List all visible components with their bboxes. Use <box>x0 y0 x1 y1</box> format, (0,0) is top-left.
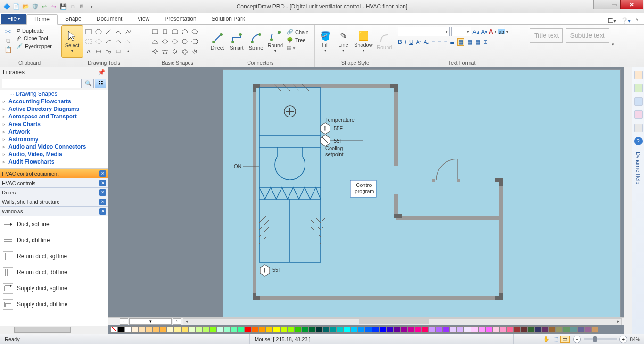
ellipse-tool[interactable] <box>94 27 103 36</box>
cut-icon[interactable]: ✂ <box>5 27 11 36</box>
color-swatch[interactable] <box>372 326 379 333</box>
rect-drag-tool[interactable] <box>84 37 93 46</box>
shape-item[interactable]: Supply duct, dbl line <box>0 296 108 312</box>
color-swatch[interactable] <box>379 326 386 333</box>
page-tab-dropdown[interactable]: ▾ <box>129 318 172 325</box>
page-prev-button[interactable]: ‹ <box>120 318 128 325</box>
tree-item[interactable]: Aerospace and Transport <box>0 113 108 120</box>
stencil-close-icon[interactable]: ✕ <box>99 189 106 196</box>
align-justify-button[interactable]: ≣ <box>450 39 454 45</box>
shape-item[interactable]: Supply duct, sgl line <box>0 280 108 296</box>
color-swatch[interactable] <box>436 326 443 333</box>
color-swatch[interactable] <box>330 326 337 333</box>
tree-view-button[interactable]: ☷ <box>95 79 106 88</box>
tree-item[interactable]: Audio and Video Connectors <box>0 143 108 151</box>
color-swatch[interactable] <box>577 326 584 333</box>
shape-item[interactable]: Return duct, sgl line <box>0 248 108 264</box>
color-swatch[interactable] <box>591 326 598 333</box>
rail-icon-4[interactable] <box>634 110 643 119</box>
tree-item[interactable]: Accounting Flowcharts <box>0 98 108 105</box>
font-size-dropdown[interactable]: ▾ <box>451 27 471 36</box>
color-swatch[interactable] <box>351 326 358 333</box>
color-none[interactable] <box>110 326 117 333</box>
shape-diamond[interactable] <box>161 37 169 46</box>
color-swatch[interactable] <box>499 326 506 333</box>
increase-font-icon[interactable]: A▴ <box>472 28 480 35</box>
color-swatch[interactable] <box>322 326 330 333</box>
minimize-button[interactable]: — <box>593 0 607 9</box>
subtitle-text-box[interactable]: Subtitle text <box>566 28 609 43</box>
color-swatch[interactable] <box>252 326 259 333</box>
decrease-font-icon[interactable]: A▾ <box>481 29 487 35</box>
color-swatch[interactable] <box>358 326 365 333</box>
line-tool[interactable] <box>104 27 113 36</box>
color-swatch[interactable] <box>464 326 471 333</box>
color-swatch[interactable] <box>160 326 167 333</box>
color-swatch[interactable] <box>245 326 252 333</box>
shadow-button[interactable]: 🟨Shadow▾ <box>353 25 373 58</box>
smart-connector-button[interactable]: Smart <box>228 25 246 58</box>
tree-item[interactable]: Active Directory Diagrams <box>0 105 108 113</box>
duplicate-button[interactable]: ⧉Duplicate <box>16 27 53 34</box>
bezier-tool[interactable] <box>114 37 123 46</box>
pin-icon[interactable]: 📌 <box>98 69 105 76</box>
color-swatch[interactable] <box>485 326 492 333</box>
tree-item[interactable]: Artwork <box>0 128 108 135</box>
color-swatch[interactable] <box>443 326 450 333</box>
color-swatch[interactable] <box>471 326 478 333</box>
tree-item[interactable]: Audit Flowcharts <box>0 158 108 166</box>
stencil-close-icon[interactable]: ✕ <box>99 180 106 186</box>
library-search-input[interactable] <box>2 79 82 88</box>
color-swatch[interactable] <box>259 326 266 333</box>
shape-roundrect[interactable] <box>171 27 179 36</box>
tab-solution-park[interactable]: Solution Park <box>204 14 253 24</box>
shape-cross[interactable] <box>181 47 189 56</box>
qat-dropdown-icon[interactable]: ▾ <box>88 3 95 10</box>
rail-icon-1[interactable] <box>634 71 643 79</box>
snap-tool[interactable] <box>114 47 123 56</box>
canvas-viewport[interactable]: ! ! ON Temperature <box>108 67 624 317</box>
text-tool[interactable]: A <box>84 47 93 56</box>
search-button[interactable]: 🔍 <box>83 79 94 88</box>
dynamic-help-icon[interactable]: ? <box>634 137 643 145</box>
color-swatch[interactable] <box>535 326 542 333</box>
stencil-close-icon[interactable]: ✕ <box>99 199 106 205</box>
round-connector-button[interactable]: Round▾ <box>266 25 284 58</box>
color-swatch[interactable] <box>294 326 301 333</box>
color-swatch[interactable] <box>506 326 513 333</box>
color-swatch[interactable] <box>188 326 195 333</box>
eyedropper-button[interactable]: 💉Eyedropper <box>16 42 53 50</box>
shapes-list[interactable]: Duct, sgl line Duct, dbl line Return duc… <box>0 216 108 326</box>
zoom-out-button[interactable]: − <box>573 336 581 343</box>
shape-star5[interactable] <box>161 47 169 56</box>
color-swatch[interactable] <box>174 326 181 333</box>
color-swatch[interactable] <box>556 326 563 333</box>
rail-icon-2[interactable] <box>634 84 643 92</box>
color-swatch[interactable] <box>117 326 124 333</box>
doc1-icon[interactable]: 🛡️ <box>31 3 39 10</box>
shape-ellipse[interactable] <box>171 37 179 46</box>
color-swatch[interactable] <box>216 326 223 333</box>
color-swatch[interactable] <box>181 326 188 333</box>
redo-icon[interactable]: ↪ <box>50 3 58 10</box>
tab-home[interactable]: Home <box>26 14 58 25</box>
canvas-v-scrollbar[interactable] <box>624 67 632 334</box>
highlight-icon[interactable]: ab <box>498 29 505 34</box>
color-swatch[interactable] <box>223 326 231 333</box>
color-swatch[interactable] <box>365 326 372 333</box>
align-center-button[interactable]: ≡ <box>438 39 441 45</box>
color-swatch[interactable] <box>542 326 549 333</box>
color-swatch[interactable] <box>308 326 315 333</box>
shape-item[interactable]: Return duct, dbl line <box>0 264 108 280</box>
spline-connector-button[interactable]: Spline <box>247 25 265 58</box>
color-swatch[interactable] <box>393 326 400 333</box>
color-swatch[interactable] <box>570 326 577 333</box>
color-swatch[interactable] <box>520 326 528 333</box>
color-swatch[interactable] <box>139 326 146 333</box>
color-swatch[interactable] <box>287 326 294 333</box>
shape-pentagon[interactable] <box>181 27 189 36</box>
color-swatch[interactable] <box>146 326 153 333</box>
line-button[interactable]: ✎Line▾ <box>335 25 352 58</box>
maximize-button[interactable]: ▭ <box>607 0 621 9</box>
bold-button[interactable]: B <box>398 39 402 45</box>
